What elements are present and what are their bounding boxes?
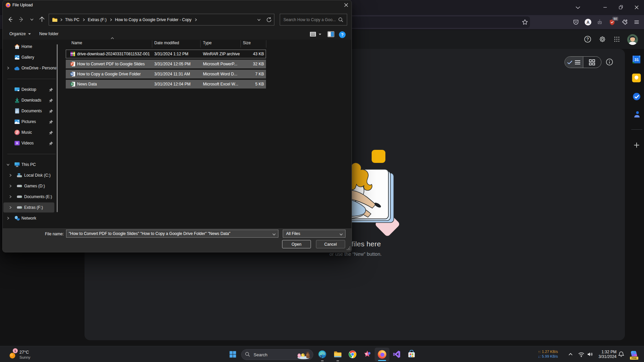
file-size: 32 KB — [66, 62, 264, 66]
tray-time: 1:32 PM — [594, 350, 616, 354]
file-size: 7 KB — [66, 72, 264, 76]
account-icon[interactable]: A — [584, 18, 592, 26]
resize-grip[interactable] — [347, 247, 351, 251]
file-name-dropdown-icon[interactable] — [272, 233, 275, 235]
explorer-running-indicator — [336, 360, 339, 361]
cancel-button[interactable]: Cancel — [316, 240, 345, 248]
bot-icon[interactable] — [596, 18, 604, 26]
breadcrumb-chevron-icon — [83, 18, 85, 21]
hidden-icons-chevron-icon[interactable] — [565, 348, 577, 361]
list-view-toggle[interactable] — [565, 57, 583, 68]
taskbar-search[interactable]: Search — [241, 349, 313, 360]
taskbar-firefox-icon[interactable] — [375, 348, 389, 361]
recent-locations-chevron-icon[interactable] — [28, 15, 36, 24]
keep-icon[interactable] — [632, 73, 641, 83]
file-type-value: All Files — [286, 231, 300, 236]
file-name-input[interactable]: "How to Convert PDF to Google Slides" "H… — [66, 230, 278, 238]
file-size: 5 KB — [66, 82, 264, 86]
organize-caret-icon — [28, 33, 31, 35]
svg-text:?: ? — [586, 37, 589, 42]
google-apps-icon[interactable] — [613, 35, 621, 43]
pocket-icon[interactable] — [572, 18, 580, 26]
maximize-icon[interactable] — [616, 3, 626, 11]
address-dropdown-icon[interactable] — [257, 18, 261, 21]
extensions-icon[interactable] — [621, 18, 629, 26]
file-type-select[interactable]: All Files — [283, 230, 345, 238]
file-name-label: File name: — [30, 232, 64, 236]
dialog-content: HomeGalleryOneDrive - PersonalDesktopDow… — [3, 40, 352, 228]
weather-condition: Sunny — [19, 355, 31, 360]
refresh-icon[interactable] — [266, 17, 272, 23]
organize-button[interactable]: Organize — [9, 32, 31, 36]
calendar-icon[interactable]: 31 — [632, 55, 641, 64]
tabs-list-chevron-icon[interactable] — [574, 3, 582, 11]
search-icon — [338, 17, 343, 22]
breadcrumb-chevron-icon — [195, 18, 197, 21]
forward-arrow-icon[interactable] — [17, 15, 26, 24]
file-row[interactable]: PHow to Convert PDF to Google Slides3/31… — [66, 60, 266, 68]
start-button[interactable] — [226, 348, 239, 361]
taskbar: 1 27°C Sunny Search ↑: 1.27 KB/s ↓: 5.99… — [0, 346, 644, 362]
file-row[interactable]: drive-download-20240331T081153Z-0013/31/… — [66, 50, 266, 58]
open-button-label: Open — [291, 242, 301, 247]
file-size: 43 KB — [66, 52, 264, 56]
folder-icon — [52, 17, 58, 22]
search-input[interactable]: Search How to Copy a Goo... — [280, 14, 347, 25]
breadcrumb-folder[interactable]: How to Copy a Google Drive Folder - Copy — [115, 17, 192, 22]
preview-pane-icon[interactable] — [327, 31, 334, 37]
taskbar-store-icon[interactable] — [405, 348, 418, 361]
breadcrumb-chevron-icon — [60, 18, 63, 21]
taskbar-edge-icon[interactable] — [316, 348, 329, 361]
taskbar-file-explorer-icon[interactable] — [331, 348, 344, 361]
address-bar[interactable]: This PC Extras (F:) How to Copy a Google… — [49, 14, 274, 25]
menu-icon[interactable] — [633, 18, 641, 26]
copilot-pre-badge: PRE — [630, 356, 639, 360]
contacts-icon[interactable] — [632, 110, 641, 119]
drive-settings-icon[interactable] — [598, 35, 606, 43]
svg-text:31: 31 — [635, 58, 639, 62]
empty-state-subtitle: or use the “New” button. — [305, 251, 406, 257]
taskbar-weather-widget[interactable]: 1 27°C Sunny — [9, 348, 62, 362]
plus-icon[interactable] — [633, 141, 641, 149]
up-icon[interactable] — [38, 15, 46, 24]
sort-ascending-icon — [111, 37, 114, 39]
weather-alert-badge: 1 — [13, 348, 18, 353]
taskbar-clock[interactable]: 1:32 PM 3/31/2024 — [594, 348, 616, 361]
bookmark-star-icon[interactable] — [521, 18, 529, 26]
bell-icon[interactable] — [616, 348, 626, 361]
tray-date: 3/31/2024 — [594, 354, 616, 359]
new-folder-button[interactable]: New folder — [39, 32, 58, 36]
drive-help-icon[interactable]: ? — [584, 35, 592, 43]
open-button[interactable]: Open — [282, 240, 311, 248]
file-row[interactable]: XNews Data3/31/2024 12:04 PMMicrosoft Ex… — [66, 80, 266, 88]
close-icon[interactable] — [632, 3, 641, 11]
file-row[interactable]: WHow to Copy a Google Drive Folder3/31/2… — [66, 70, 266, 78]
taskbar-visual-studio-icon[interactable] — [390, 348, 404, 361]
back-arrow-icon[interactable] — [6, 15, 14, 24]
file-name-value: "How to Convert PDF to Google Slides" "H… — [69, 231, 268, 236]
taskbar-chrome-icon[interactable] — [346, 348, 359, 361]
network-speed-widget[interactable]: ↑: 1.27 KB/s ↓: 5.99 KB/s — [538, 348, 560, 361]
file-type-dropdown-icon — [339, 233, 342, 235]
screen: A 60 ? — [0, 0, 644, 362]
tasks-icon[interactable] — [632, 92, 641, 101]
dialog-close-icon[interactable] — [341, 0, 352, 10]
view-dropdown-icon[interactable] — [318, 33, 322, 36]
taskbar-photos-app-icon[interactable] — [361, 348, 374, 361]
grid-view-icon — [589, 59, 595, 65]
help-icon[interactable]: ? — [339, 31, 346, 38]
profile-avatar[interactable] — [627, 34, 638, 45]
grid-view-toggle[interactable] — [583, 57, 601, 68]
info-icon[interactable] — [605, 58, 613, 66]
cancel-button-label: Cancel — [324, 242, 337, 247]
edge-running-indicator — [321, 360, 324, 361]
firefox-active-indicator — [378, 360, 386, 361]
breadcrumb-extras[interactable]: Extras (F:) — [88, 17, 107, 22]
minimize-icon[interactable] — [600, 3, 610, 11]
search-placeholder: Search How to Copy a Goo... — [283, 17, 337, 22]
breadcrumb-chevron-icon — [110, 18, 112, 21]
breadcrumb-this-pc[interactable]: This PC — [65, 17, 79, 22]
details-view-icon[interactable] — [310, 32, 316, 37]
file-upload-dialog: File Upload This PC Extras (F:) How to C… — [3, 0, 352, 252]
view-toggle[interactable] — [565, 56, 601, 68]
